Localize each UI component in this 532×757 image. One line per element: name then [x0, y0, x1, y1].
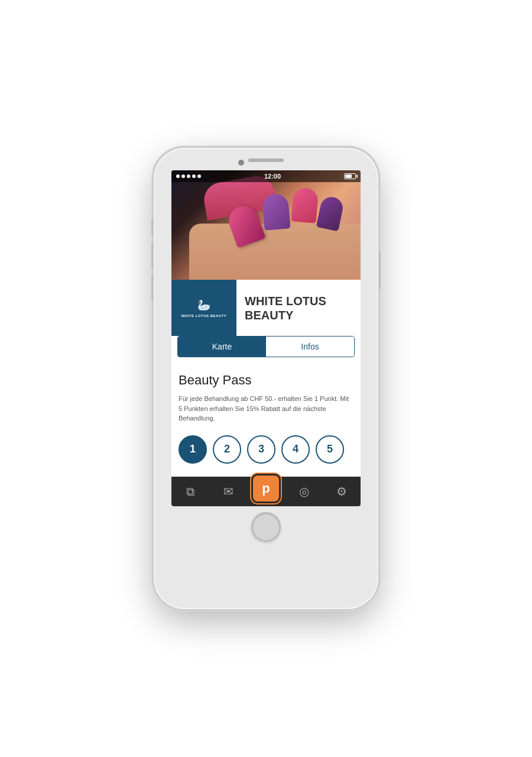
section-description: Für jede Behandlung ab CHF 50.- erhalten… — [179, 394, 353, 423]
front-camera — [238, 160, 244, 166]
nav-cards[interactable]: ⧉ — [176, 477, 205, 506]
status-bar: 12:00 — [171, 170, 361, 182]
mute-button[interactable] — [151, 219, 154, 235]
point-circle-3: 3 — [247, 435, 275, 464]
logo-box: 🦢 WHITE LOTUS BEAUTY — [171, 280, 236, 336]
phone-speaker — [248, 158, 284, 162]
points-row: 1 2 3 4 5 — [179, 435, 353, 464]
business-name-line1: WHITE LOTUS — [245, 295, 326, 308]
logo-tagline: WHITE LOTUS BEAUTY — [181, 314, 227, 318]
home-button[interactable] — [251, 512, 281, 542]
signal-dot-1 — [176, 174, 180, 178]
point-circle-5: 5 — [316, 435, 344, 464]
content-area: Beauty Pass Für jede Behandlung ab CHF 5… — [171, 363, 361, 477]
cards-icon: ⧉ — [186, 485, 194, 499]
location-icon: ◎ — [299, 484, 309, 499]
logo-swan-icon: 🦢 — [197, 299, 210, 312]
signal-indicator — [176, 174, 201, 178]
passbook-icon: p — [253, 475, 279, 502]
status-time: 12:00 — [264, 173, 281, 180]
phone-screen: 12:00 🦢 WHITE LOTUS BEAUTY WHITE LOTUS — [171, 170, 361, 506]
signal-dot-4 — [192, 174, 196, 178]
section-title: Beauty Pass — [179, 373, 353, 388]
nav-mail[interactable]: ✉ — [213, 477, 243, 506]
business-name: WHITE LOTUS BEAUTY — [245, 294, 326, 322]
volume-up-button[interactable] — [151, 242, 154, 268]
mail-icon: ✉ — [223, 484, 233, 499]
point-circle-2: 2 — [213, 435, 241, 464]
battery-fill — [345, 174, 352, 178]
tab-karte[interactable]: Karte — [178, 337, 266, 357]
nav-settings[interactable]: ⚙ — [327, 477, 356, 506]
nav-passbook[interactable]: p — [251, 477, 281, 506]
nail-decoration-3 — [291, 187, 319, 223]
point-circle-1: 1 — [179, 435, 207, 464]
business-name-line2: BEAUTY — [245, 309, 293, 322]
signal-dot-3 — [187, 174, 190, 178]
battery-icon — [344, 173, 356, 179]
phone-device: 12:00 🦢 WHITE LOTUS BEAUTY WHITE LOTUS — [154, 148, 378, 609]
tab-bar: Karte Infos — [177, 336, 355, 357]
nav-location[interactable]: ◎ — [289, 477, 319, 506]
signal-dot-5 — [197, 174, 201, 178]
battery-indicator — [344, 173, 356, 179]
nail-decoration-2 — [261, 193, 290, 231]
settings-icon: ⚙ — [336, 484, 347, 499]
signal-dot-2 — [181, 174, 185, 178]
point-circle-4: 4 — [281, 435, 310, 464]
logo-card: 🦢 WHITE LOTUS BEAUTY WHITE LOTUS BEAUTY — [171, 280, 361, 336]
tab-infos[interactable]: Infos — [266, 337, 354, 357]
bottom-navigation: ⧉ ✉ p ◎ ⚙ — [171, 477, 361, 506]
volume-down-button[interactable] — [151, 274, 154, 300]
power-button[interactable] — [378, 251, 381, 289]
